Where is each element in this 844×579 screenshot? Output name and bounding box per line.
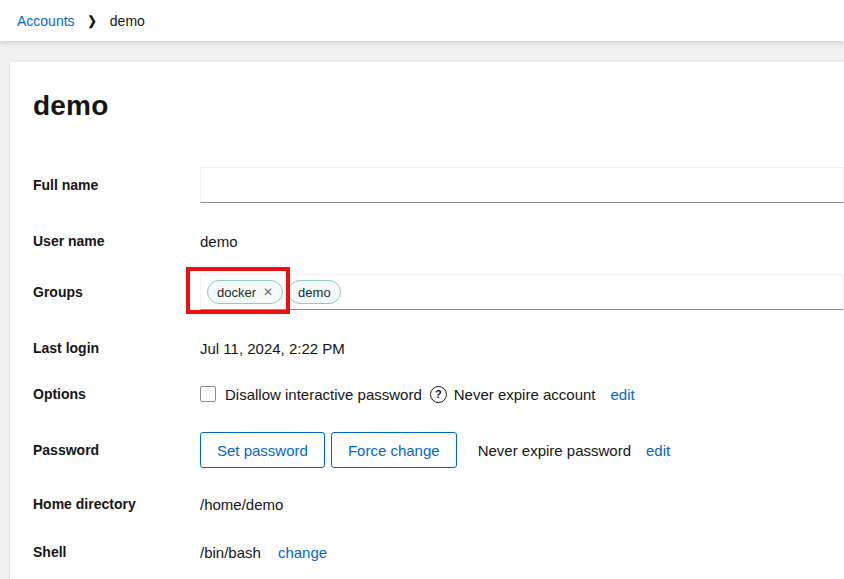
account-form: Full name User name demo Groups docker ✕ bbox=[33, 167, 844, 562]
breadcrumb-bar: Accounts ❯ demo bbox=[0, 0, 844, 41]
options-label: Options bbox=[33, 386, 200, 402]
last-login-label: Last login bbox=[33, 340, 200, 356]
row-last-login: Last login Jul 11, 2024, 2:22 PM bbox=[33, 338, 844, 358]
force-change-button[interactable]: Force change bbox=[331, 432, 457, 468]
password-label: Password bbox=[33, 442, 200, 458]
groups-input[interactable]: docker ✕ demo bbox=[200, 274, 844, 310]
account-details-card: demo Full name User name demo Groups doc… bbox=[10, 62, 844, 579]
group-chip-demo: demo bbox=[288, 280, 341, 304]
home-directory-label: Home directory bbox=[33, 496, 200, 512]
last-login-value: Jul 11, 2024, 2:22 PM bbox=[200, 340, 844, 357]
row-user-name: User name demo bbox=[33, 231, 844, 251]
row-password: Password Set password Force change Never… bbox=[33, 432, 844, 468]
full-name-label: Full name bbox=[33, 177, 200, 193]
remove-group-icon[interactable]: ✕ bbox=[263, 286, 273, 298]
user-name-label: User name bbox=[33, 233, 200, 249]
breadcrumb-current: demo bbox=[110, 13, 145, 29]
breadcrumb-accounts-link[interactable]: Accounts bbox=[17, 13, 75, 29]
disallow-password-checkbox[interactable] bbox=[200, 386, 216, 402]
user-name-value: demo bbox=[200, 233, 844, 250]
groups-label: Groups bbox=[33, 284, 200, 300]
group-chip-docker: docker ✕ bbox=[207, 280, 283, 304]
never-expire-account-text: Never expire account bbox=[454, 386, 596, 403]
row-home-directory: Home directory /home/demo bbox=[33, 494, 844, 514]
shell-value: /bin/bash bbox=[200, 544, 261, 561]
group-chip-label: demo bbox=[298, 285, 331, 300]
password-expire-edit-link[interactable]: edit bbox=[646, 442, 670, 459]
shell-change-link[interactable]: change bbox=[278, 544, 327, 561]
shell-label: Shell bbox=[33, 544, 200, 560]
never-expire-password-text: Never expire password bbox=[478, 442, 631, 459]
breadcrumb-chevron-icon: ❯ bbox=[88, 13, 97, 28]
row-shell: Shell /bin/bash change bbox=[33, 542, 844, 562]
account-expire-edit-link[interactable]: edit bbox=[611, 386, 635, 403]
set-password-button[interactable]: Set password bbox=[200, 432, 325, 468]
full-name-input[interactable] bbox=[200, 167, 844, 203]
group-chip-label: docker bbox=[217, 285, 256, 300]
page-title: demo bbox=[33, 90, 844, 122]
row-options: Options Disallow interactive password ? … bbox=[33, 384, 844, 404]
home-directory-value: /home/demo bbox=[200, 496, 844, 513]
help-icon[interactable]: ? bbox=[430, 386, 447, 403]
disallow-password-label: Disallow interactive password bbox=[225, 386, 422, 403]
row-full-name: Full name bbox=[33, 167, 844, 203]
row-groups: Groups docker ✕ demo bbox=[33, 274, 844, 310]
